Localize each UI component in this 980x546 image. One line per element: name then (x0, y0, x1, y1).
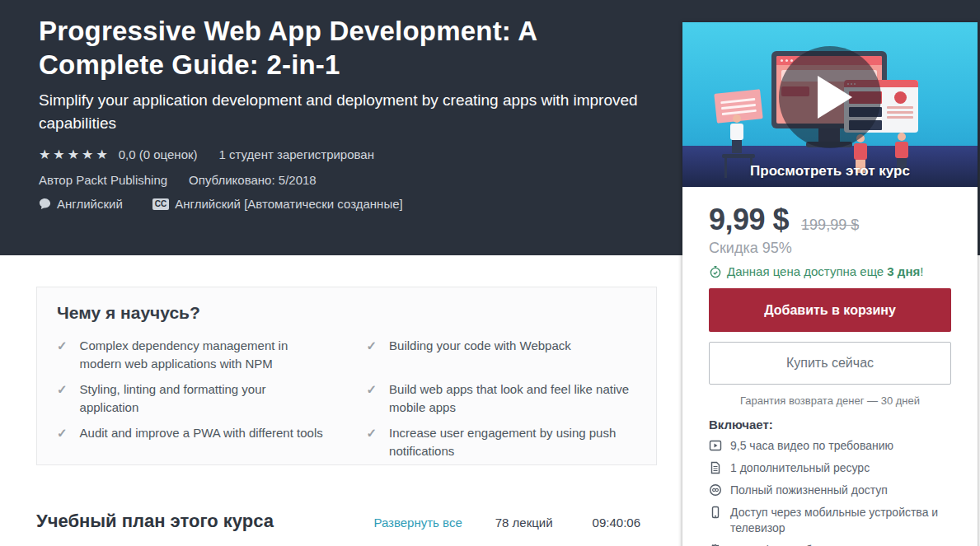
price-row: 9,99 $ 199,99 $ (709, 203, 951, 237)
include-item: Доступ через мобильные устройства и теле… (709, 505, 951, 536)
add-to-cart-button[interactable]: Добавить в корзину (709, 288, 951, 332)
author-prefix: Автор (39, 173, 73, 187)
what-you-learn-box: Чему я научусь? ✓ Complex dependency man… (36, 287, 657, 465)
illustration-person (730, 114, 743, 153)
cc-icon: CC (152, 198, 169, 210)
include-item-text: 9,5 часа видео по требованию (730, 438, 893, 454)
captions-label: Английский [Автоматически созданные] (175, 197, 402, 211)
learn-item: ✓ Complex dependency management in moder… (57, 337, 327, 372)
discount-label: Скидка 95% (709, 240, 951, 257)
learn-grid: ✓ Complex dependency management in moder… (57, 337, 636, 460)
what-you-learn-title: Чему я научусь? (57, 303, 636, 323)
learn-item-text: Increase user engagement by using push n… (389, 424, 636, 460)
curriculum-title: Учебный план этого курса (36, 511, 274, 532)
learn-item-text: Styling, linting and formatting your app… (80, 380, 327, 416)
audio-language-label: Английский (57, 197, 123, 211)
preview-course-label: Просмотреть этот курс (682, 163, 978, 180)
play-icon (818, 76, 852, 119)
file-icon (709, 461, 722, 474)
learn-item: ✓ Building your code with Webpack (367, 337, 637, 372)
stopwatch-icon (709, 265, 722, 278)
lectures-count: 78 лекций (495, 516, 553, 530)
total-duration: 09:40:06 (593, 516, 640, 530)
audio-language: Английский (39, 197, 123, 211)
learn-item: ✓ Increase user engagement by using push… (367, 424, 637, 460)
learn-item: ✓ Styling, linting and formatting your a… (57, 380, 327, 416)
star-rating-icons: ★★★★★ (39, 147, 110, 162)
money-back-guarantee: Гарантия возврата денег — 30 дней (709, 394, 951, 407)
learn-item: ✓ Build web apps that look and feel like… (367, 380, 637, 416)
include-item-text: Полный пожизненный доступ (730, 483, 888, 498)
mobile-icon (709, 506, 722, 519)
current-price: 9,99 $ (709, 203, 789, 237)
include-item: Полный пожизненный доступ (709, 483, 951, 498)
original-price: 199,99 $ (801, 217, 859, 234)
published-date: Опубликовано: 5/2018 (189, 173, 317, 187)
captions-language: CC Английский [Автоматически созданные] (152, 197, 403, 211)
learn-item-text: Building your code with Webpack (389, 337, 571, 372)
learn-item-text: Build web apps that look and feel like n… (389, 380, 636, 416)
include-item-text: Доступ через мобильные устройства и теле… (730, 505, 951, 536)
deal-countdown: Данная цена доступна еще 3 дня! (709, 264, 951, 278)
rating-text: 0,0 (0 оценок) (119, 147, 198, 161)
lifetime-access-icon (709, 483, 722, 497)
purchase-card: Просмотреть этот курс 9,99 $ 199,99 $ Ск… (682, 22, 978, 546)
play-button[interactable] (779, 46, 881, 148)
learn-item-text: Audit and improve a PWA with different t… (80, 424, 323, 460)
video-icon (709, 439, 722, 452)
expand-all-link[interactable]: Развернуть все (373, 516, 462, 530)
check-icon: ✓ (57, 337, 68, 372)
check-icon: ✓ (367, 337, 377, 372)
buy-now-button[interactable]: Купить сейчас (709, 342, 951, 385)
author-link[interactable]: Packt Publishing (76, 173, 167, 187)
check-icon: ✓ (57, 424, 68, 460)
include-item: Сертификат об окончании (709, 543, 951, 546)
include-item-text: 1 дополнительный ресурс (730, 460, 870, 476)
students-count: 1 студент зарегистрирован (219, 147, 374, 161)
include-item: 1 дополнительный ресурс (709, 460, 951, 476)
check-icon: ✓ (367, 424, 377, 460)
course-subtitle: Simplify your application development an… (39, 89, 649, 135)
check-icon: ✓ (57, 380, 68, 416)
learn-item-text: Complex dependency management in modern … (80, 337, 327, 372)
check-icon: ✓ (367, 380, 377, 416)
deal-text: Данная цена доступна еще 3 дня! (727, 264, 923, 278)
include-item: 9,5 часа видео по требованию (709, 438, 951, 454)
learn-item: ✓ Audit and improve a PWA with different… (57, 424, 327, 460)
include-item-text: Сертификат об окончании (730, 543, 871, 546)
page-title: Progressive Web App Development: A Compl… (39, 14, 649, 82)
speech-bubble-icon (39, 198, 51, 210)
includes-title: Включает: (709, 418, 951, 432)
course-preview[interactable]: Просмотреть этот курс (682, 22, 978, 187)
curriculum-header-row: Учебный план этого курса Развернуть все … (36, 511, 659, 532)
